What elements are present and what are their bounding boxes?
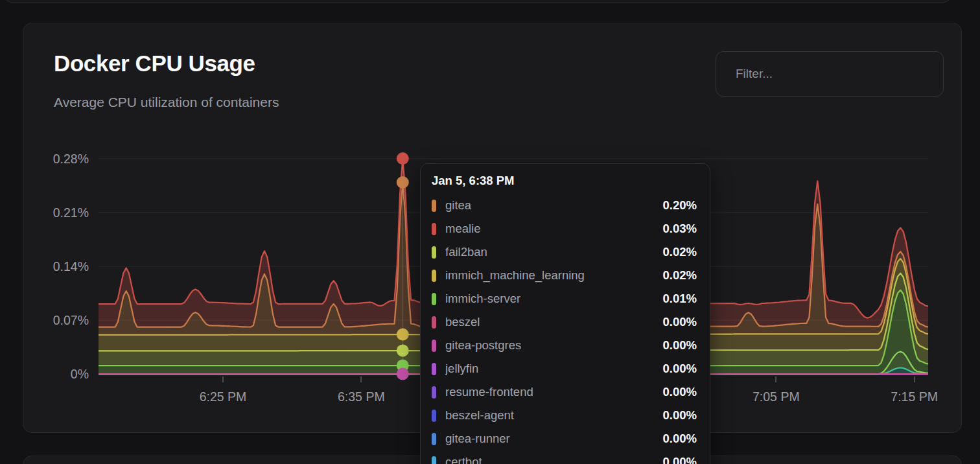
series-name: resume-frontend (445, 385, 533, 399)
series-color-marker (432, 293, 436, 305)
chart-tooltip: Jan 5, 6:38 PM gitea0.20%mealie0.03%fail… (420, 163, 710, 464)
tooltip-row: beszel-agent0.00% (432, 404, 697, 427)
card-subtitle: Average CPU utilization of containers (54, 95, 279, 110)
series-value: 0.00% (663, 338, 697, 353)
series-color-marker (432, 340, 436, 352)
series-name: fail2ban (445, 245, 487, 259)
series-color-marker (432, 270, 436, 282)
series-name: mealie (445, 222, 481, 236)
series-value: 0.02% (663, 245, 697, 259)
tooltip-timestamp: Jan 5, 6:38 PM (432, 174, 697, 188)
tooltip-row: resume-frontend0.00% (432, 380, 697, 404)
series-value: 0.00% (663, 408, 697, 423)
series-value: 0.02% (663, 268, 697, 283)
series-color-marker (432, 456, 436, 464)
series-value: 0.03% (663, 222, 697, 236)
previous-card-edge (4, 0, 951, 3)
series-color-marker (432, 316, 436, 329)
series-color-marker (432, 386, 436, 399)
series-name: gitea (445, 198, 471, 213)
tooltip-row: fail2ban0.02% (432, 240, 697, 264)
series-color-marker (432, 200, 436, 212)
series-color-marker (432, 246, 436, 259)
tooltip-row: gitea-runner0.00% (432, 427, 697, 450)
tooltip-row: gitea0.20% (432, 194, 697, 217)
tooltip-rows: gitea0.20%mealie0.03%fail2ban0.02%immich… (432, 194, 697, 464)
series-name: beszel-agent (445, 408, 514, 423)
tooltip-row: certbot0.00% (432, 450, 697, 464)
series-name: certbot (445, 455, 482, 464)
tooltip-row: mealie0.03% (432, 217, 697, 240)
tooltip-row: beszel0.00% (432, 310, 697, 334)
series-name: gitea-postgres (445, 338, 521, 353)
tooltip-row: immich_machine_learning0.02% (432, 264, 697, 287)
series-value: 0.20% (663, 198, 697, 213)
tooltip-row: jellyfin0.00% (432, 357, 697, 380)
tooltip-row: immich-server0.01% (432, 287, 697, 310)
series-value: 0.00% (663, 315, 697, 329)
series-name: jellyfin (445, 362, 478, 376)
series-value: 0.00% (663, 362, 697, 376)
series-name: gitea-runner (445, 432, 510, 446)
series-name: immich-server (445, 292, 520, 306)
filter-input[interactable] (716, 51, 944, 97)
series-value: 0.01% (663, 292, 697, 306)
series-color-marker (432, 433, 436, 445)
page-title: Docker CPU Usage (54, 51, 255, 76)
series-color-marker (432, 410, 436, 422)
dashboard-page: Docker CPU Usage Average CPU utilization… (0, 0, 980, 464)
series-name: beszel (445, 315, 480, 329)
series-value: 0.00% (663, 455, 697, 464)
tooltip-row: gitea-postgres0.00% (432, 334, 697, 357)
series-value: 0.00% (663, 432, 697, 446)
series-value: 0.00% (663, 385, 697, 399)
series-name: immich_machine_learning (445, 268, 585, 283)
series-color-marker (432, 363, 436, 375)
series-color-marker (432, 223, 436, 235)
